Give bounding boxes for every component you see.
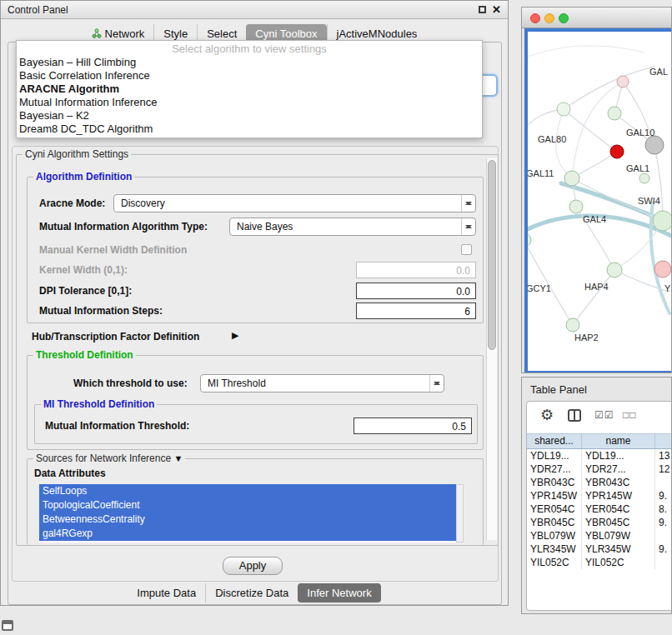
network-node[interactable] [617,76,629,88]
table-cell: YER054C [582,502,655,516]
table-cell: YLR345W [527,542,582,556]
tab-infer-network[interactable]: Infer Network [298,583,380,602]
network-node[interactable] [557,102,570,116]
table-row[interactable]: YIL052CYIL052C [527,556,672,569]
select-rows-icon[interactable]: ☑☑ [594,409,614,421]
table-cell: YIL052C [582,556,655,569]
network-node[interactable] [564,171,579,186]
network-node[interactable] [654,261,671,278]
tab-label: Infer Network [307,587,371,599]
combo-arrows-icon [461,195,475,212]
algorithm-dropdown-popup: Select algorithm to view settings Bayesi… [16,40,483,138]
column-header[interactable]: name [582,434,655,448]
combo-arrows-icon [429,375,444,392]
table-cell: YPR145W [527,489,582,502]
attribute-item-betweennesscentrality[interactable]: BetweennessCentrality [39,512,456,527]
node-label: HAP4 [584,282,609,292]
network-node[interactable] [653,211,672,231]
network-canvas[interactable]: GALGAL80GAL10GAL11GAL1SWI4GAL4GCY1HAP4HA… [524,28,672,373]
column-header[interactable] [655,434,672,448]
zoom-traffic-light-icon[interactable] [559,13,569,23]
minimize-traffic-light-icon[interactable] [544,13,554,23]
node-label: GAL80 [538,134,566,144]
tab-discretize-data[interactable]: Discretize Data [205,583,298,602]
close-traffic-light-icon[interactable] [530,13,540,23]
table-row[interactable]: YDR27...YDR27...12 [527,462,672,476]
minimized-panel-icon[interactable] [2,620,13,631]
table-row[interactable]: YPR145WYPR145W9. [527,489,672,502]
network-node[interactable] [607,262,622,278]
table-panel-content: ⚙ ☑☑ □□ shared...name YDL19...YDL19...13… [526,401,672,611]
hub-section-label[interactable]: Hub/Transcription Factor Definition [32,331,199,342]
columns-icon[interactable] [568,409,581,422]
table-row[interactable]: YLR345WYLR345W9. [527,542,672,556]
data-attributes-list[interactable]: SelfLoopsTopologicalCoefficientBetweenne… [39,484,456,542]
dpi-tolerance-input[interactable]: 0.0 [356,282,476,299]
table-cell: YPR145W [582,489,655,502]
network-node[interactable] [569,200,583,213]
node-label: SWI4 [638,196,660,206]
table-row[interactable]: YER054CYER054C8. [527,502,672,516]
node-label: Y [664,283,671,293]
scrollbar-thumb[interactable] [488,160,496,350]
network-node[interactable] [645,136,664,154]
kernel-width-input[interactable]: 0.0 [356,262,476,278]
attribute-item-topologicalcoefficient[interactable]: TopologicalCoefficient [39,498,456,512]
algorithm-option-aracne-algorithm[interactable]: ARACNE Algorithm [17,82,482,96]
control-panel-window: Control Panel ✕ NetworkStyleSelectCyni T… [0,0,509,606]
manual-kernel-checkbox[interactable] [461,244,472,255]
table-row[interactable]: YBL079WYBL079W [527,529,672,542]
which-threshold-value: MI Threshold [208,378,266,389]
which-threshold-select[interactable]: MI Threshold [200,374,444,392]
apply-button[interactable]: Apply [223,557,283,575]
algorithm-option-basic-correlation-inference[interactable]: Basic Correlation Inference [17,69,482,82]
algorithm-option-bayesian-hill-climbing[interactable]: Bayesian – Hill Climbing [17,56,482,69]
desktop: Control Panel ✕ NetworkStyleSelectCyni T… [0,0,672,635]
threshold-definition-title: Threshold Definition [33,349,136,361]
table-header[interactable]: shared...name [527,433,672,449]
network-node[interactable] [528,233,531,247]
aracne-mode-label: Aracne Mode: [39,198,105,209]
table-row[interactable]: YBR045CYBR045C9. [527,516,672,529]
algorithm-option-dream8-dc-tdc-algorithm[interactable]: Dream8 DC_TDC Algorithm [17,122,482,136]
tab-label: Cyni Toolbox [255,28,317,40]
mi-algorithm-type-select[interactable]: Naive Bayes [229,218,476,236]
attribute-item-selfloops[interactable]: SelfLoops [39,484,456,498]
sources-title[interactable]: Sources for Network Inference ▼ [33,452,185,464]
network-node[interactable] [639,173,649,183]
gear-icon[interactable]: ⚙ [540,406,554,424]
deselect-rows-icon[interactable]: □□ [623,409,637,421]
aracne-mode-select[interactable]: Discovery [113,194,476,212]
network-node[interactable] [566,318,579,332]
algorithm-option-bayesian-k2[interactable]: Bayesian – K2 [17,109,482,122]
float-window-icon[interactable] [479,6,486,13]
tab-label: jActiveMNodules [337,28,418,40]
settings-group-title: Cyni Algorithm Settings [23,148,131,160]
column-header[interactable]: shared... [527,434,582,448]
tab-impute-data[interactable]: Impute Data [128,583,205,602]
network-window-titlebar[interactable] [522,8,671,28]
dpi-tolerance-label: DPI Tolerance [0,1]: [39,285,132,297]
expand-right-icon[interactable]: ▶ [232,330,238,341]
attribute-item-gal4rgexp[interactable]: gal4RGexp [39,527,456,541]
network-node[interactable] [608,107,621,120]
algorithm-option-mutual-information-inference[interactable]: Mutual Information Inference [17,96,482,109]
settings-scrollbar[interactable] [486,158,497,540]
table-row[interactable]: YBR043CYBR043C [527,476,672,489]
table-cell: YBL079W [582,529,655,542]
table-cell: YDL19... [527,449,582,462]
algorithm-dropdown-prompt: Select algorithm to view settings [17,41,482,56]
table-cell: YDR27... [582,462,655,476]
attributes-list-scrollbar[interactable] [456,484,464,542]
close-icon[interactable]: ✕ [492,3,501,16]
cyni-algorithm-settings-group: Cyni Algorithm Settings Algorithm Defini… [16,154,499,546]
kernel-width-value: 0.0 [456,265,470,277]
mi-threshold-input[interactable]: 0.5 [354,418,472,434]
tab-label: Impute Data [137,587,196,599]
table-cell: 9. [655,516,672,529]
expand-down-icon[interactable]: ▼ [173,453,183,463]
mi-algorithm-type-label: Mutual Information Algorithm Type: [39,221,208,232]
table-row[interactable]: YDL19...YDL19...13 [527,449,672,462]
mi-steps-input[interactable]: 6 [356,302,476,319]
network-node[interactable] [610,145,624,158]
